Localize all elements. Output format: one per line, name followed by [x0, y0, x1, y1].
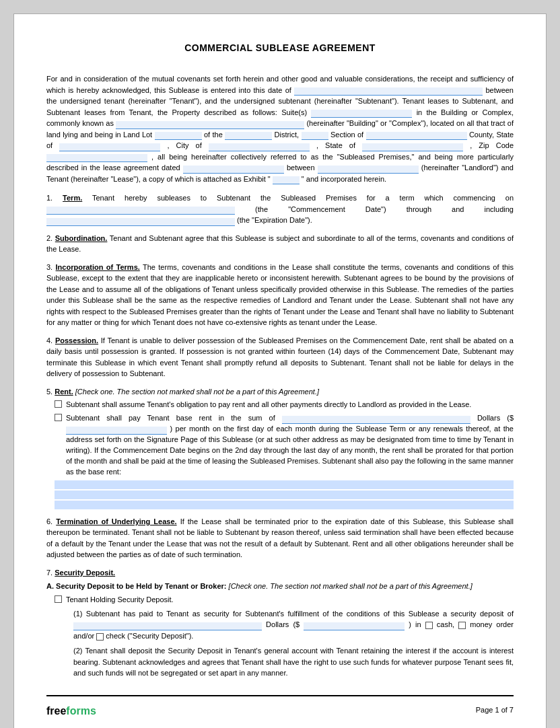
document-page: COMMERCIAL SUBLEASE AGREEMENT For and in… [13, 13, 547, 728]
tenant-holding-checkbox-row: Tenant Holding Security Deposit. [55, 595, 514, 606]
document-footer: freeforms Page 1 of 7 [46, 695, 514, 719]
rent-line-2[interactable] [55, 490, 514, 499]
intro-paragraph: For and in consideration of the mutual c… [46, 73, 514, 184]
rent-line-1[interactable] [55, 480, 514, 489]
district-field[interactable] [302, 132, 328, 140]
intro-zip: , Zip Code [470, 141, 514, 149]
city-field[interactable] [209, 143, 310, 151]
security-amount-field[interactable] [73, 622, 262, 630]
security-sub1: (1) Subtenant has paid to Tenant as secu… [73, 608, 514, 642]
section-4: 4. Possession. If Tenant is unable to de… [46, 335, 514, 379]
section-5: 5. Rent. [Check one. The section not mar… [46, 386, 514, 509]
rent-checkbox-2-row: Subtenant shall pay Tenant base rent in … [55, 413, 514, 478]
zip-field[interactable] [46, 154, 147, 162]
expiration-date-field[interactable] [46, 218, 235, 226]
rent-checkbox-1[interactable] [55, 400, 62, 408]
rent-checkbox-1-label: Subtenant shall assume Tenant's obligati… [66, 400, 514, 410]
intro-city: , City of [167, 141, 201, 149]
freeforms-logo: freeforms [46, 703, 96, 719]
lease-date-field[interactable] [183, 166, 284, 174]
rent-line-3[interactable] [55, 501, 514, 509]
security-sub2: (2) Tenant shall deposit the Security De… [73, 645, 514, 679]
rent-additional-lines [55, 480, 514, 509]
state-field-2[interactable] [362, 143, 463, 151]
section-field[interactable] [366, 132, 467, 140]
rent-checkbox-1-row: Subtenant shall assume Tenant's obligati… [55, 400, 514, 410]
section-1: 1. Term. Tenant hereby subleases to Subt… [46, 192, 514, 226]
landlord-name-field[interactable] [318, 166, 419, 174]
commencement-date-field[interactable] [46, 207, 235, 215]
intro-district: District, [275, 131, 300, 139]
intro-of-the: of the [204, 131, 223, 139]
security-dollars-field[interactable] [304, 622, 405, 630]
land-lot-field[interactable] [155, 132, 202, 140]
logo-forms: forms [66, 705, 96, 717]
intro-state: , State of [316, 141, 355, 149]
logo-free: free [46, 705, 66, 717]
tenant-holding-checkbox[interactable] [55, 595, 62, 603]
intro-incorporated: " and incorporated herein. [302, 175, 386, 183]
complex-name-field[interactable] [116, 121, 304, 129]
cash-checkbox[interactable] [425, 622, 433, 629]
state-field-1[interactable] [59, 143, 160, 151]
security-sub-a: A. Security Deposit to be Held by Tenant… [46, 581, 514, 592]
date-field[interactable] [294, 87, 483, 96]
sections-list: 1. Term. Tenant hereby subleases to Subt… [46, 192, 514, 679]
suite-field[interactable] [311, 110, 412, 118]
section-7: 7. Security Deposit. A. Security Deposit… [46, 567, 514, 679]
exhibit-field[interactable] [273, 176, 300, 184]
base-rent-dollars-field[interactable] [66, 427, 167, 435]
tenant-holding-label: Tenant Holding Security Deposit. [66, 595, 514, 606]
rent-checkbox-2-text: Subtenant shall pay Tenant base rent in … [66, 413, 514, 478]
intro-section: Section of [330, 131, 363, 139]
page-number: Page 1 of 7 [476, 705, 514, 716]
section-6: 6. Termination of Underlying Lease. If t… [46, 516, 514, 560]
money-order-checkbox[interactable] [458, 622, 466, 629]
security-deposit-body: A. Security Deposit to be Held by Tenant… [46, 581, 514, 678]
base-rent-field[interactable] [282, 416, 470, 424]
rent-checkbox-2[interactable] [55, 414, 62, 421]
section-3: 3. Incorporation of Terms. The terms, co… [46, 262, 514, 328]
section-2: 2. Subordination. Tenant and Subtenant a… [46, 233, 514, 255]
lot-num-field[interactable] [225, 132, 272, 140]
intro-between2: between [287, 163, 315, 172]
document-title: COMMERCIAL SUBLEASE AGREEMENT [46, 41, 514, 54]
check-checkbox[interactable] [96, 633, 104, 641]
